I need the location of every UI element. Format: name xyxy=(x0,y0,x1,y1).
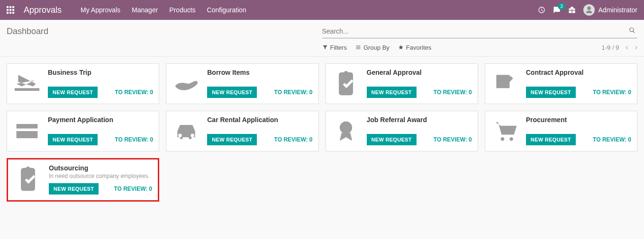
nav-link-my-approvals[interactable]: My Approvals xyxy=(81,6,120,14)
new-request-button[interactable]: NEW REQUEST xyxy=(49,183,99,195)
approval-card: OutsourcingIn need outsource company emp… xyxy=(7,158,159,202)
navbar: Approvals My Approvals Manager Products … xyxy=(0,0,644,20)
approval-card: Business TripNEW REQUESTTO REVIEW: 0 xyxy=(7,63,159,104)
pager-text: 1-9 / 9 xyxy=(601,44,619,51)
cart-icon xyxy=(491,117,519,145)
clipboard-check-icon xyxy=(14,165,42,194)
card-actions: NEW REQUESTTO REVIEW: 0 xyxy=(526,87,631,98)
filters-button[interactable]: Filters xyxy=(322,44,347,51)
new-request-button[interactable]: NEW REQUEST xyxy=(207,87,257,98)
to-review-link[interactable]: TO REVIEW: 0 xyxy=(593,136,631,143)
approval-card: Job Referral AwardNEW REQUESTTO REVIEW: … xyxy=(326,111,478,151)
to-review-link[interactable]: TO REVIEW: 0 xyxy=(274,89,313,96)
approval-card: ProcurementNEW REQUESTTO REVIEW: 0 xyxy=(485,111,637,151)
nav-link-configuration[interactable]: Configuration xyxy=(207,6,246,14)
sign-icon xyxy=(491,70,519,98)
search-input[interactable] xyxy=(322,25,627,38)
approval-card: Contract ApprovalNEW REQUESTTO REVIEW: 0 xyxy=(485,63,637,104)
new-request-button[interactable]: NEW REQUEST xyxy=(367,134,417,145)
apps-icon[interactable] xyxy=(7,6,14,14)
star-icon xyxy=(398,44,404,50)
groupby-button[interactable]: Group By xyxy=(355,44,390,51)
to-review-link[interactable]: TO REVIEW: 0 xyxy=(274,136,313,143)
card-body: Borrow ItemsNEW REQUESTTO REVIEW: 0 xyxy=(207,69,312,98)
card-title: Job Referral Award xyxy=(367,116,472,124)
pager-prev[interactable]: ‹ xyxy=(626,43,628,52)
control-bar: Dashboard Filters Group By Favorites 1-9 xyxy=(0,20,644,56)
to-review-link[interactable]: TO REVIEW: 0 xyxy=(114,186,152,192)
card-title: Procurement xyxy=(526,116,631,124)
page-title: Dashboard xyxy=(7,27,322,36)
card-body: Job Referral AwardNEW REQUESTTO REVIEW: … xyxy=(367,116,472,145)
card-actions: NEW REQUESTTO REVIEW: 0 xyxy=(526,134,631,145)
card-body: Payment ApplicationNEW REQUESTTO REVIEW:… xyxy=(48,116,153,145)
avatar xyxy=(583,4,595,16)
brand-title: Approvals xyxy=(24,5,62,15)
card-body: Business TripNEW REQUESTTO REVIEW: 0 xyxy=(48,69,153,98)
pager: 1-9 / 9 ‹ › xyxy=(601,43,637,52)
nav-links: My Approvals Manager Products Configurat… xyxy=(81,6,246,14)
car-icon xyxy=(172,117,200,145)
pager-next[interactable]: › xyxy=(635,43,637,52)
card-title: Outsourcing xyxy=(49,164,152,172)
card-actions: NEW REQUESTTO REVIEW: 0 xyxy=(207,87,312,98)
card-body: General ApprovalNEW REQUESTTO REVIEW: 0 xyxy=(367,69,472,98)
user-name: Administrator xyxy=(599,6,637,14)
search-icon[interactable] xyxy=(627,27,637,35)
card-actions: NEW REQUESTTO REVIEW: 0 xyxy=(48,134,153,145)
gift-icon[interactable] xyxy=(568,6,576,14)
messages-badge: 3 xyxy=(558,3,565,9)
card-title: Business Trip xyxy=(48,69,153,76)
new-request-button[interactable]: NEW REQUEST xyxy=(526,134,576,145)
search-wrap xyxy=(322,25,638,38)
card-title: Contract Approval xyxy=(526,69,631,76)
new-request-button[interactable]: NEW REQUEST xyxy=(207,134,257,145)
new-request-button[interactable]: NEW REQUEST xyxy=(367,87,417,98)
approval-card: General ApprovalNEW REQUESTTO REVIEW: 0 xyxy=(326,63,478,104)
card-actions: NEW REQUESTTO REVIEW: 0 xyxy=(49,183,152,195)
new-request-button[interactable]: NEW REQUEST xyxy=(48,87,98,98)
to-review-link[interactable]: TO REVIEW: 0 xyxy=(115,89,153,96)
to-review-link[interactable]: TO REVIEW: 0 xyxy=(593,89,631,96)
approval-card: Borrow ItemsNEW REQUESTTO REVIEW: 0 xyxy=(166,63,318,104)
card-body: OutsourcingIn need outsource company emp… xyxy=(49,164,152,195)
card-actions: NEW REQUESTTO REVIEW: 0 xyxy=(48,87,153,98)
card-actions: NEW REQUESTTO REVIEW: 0 xyxy=(207,134,312,145)
clock-icon[interactable] xyxy=(538,6,545,14)
card-body: Contract ApprovalNEW REQUESTTO REVIEW: 0 xyxy=(526,69,631,98)
plane-icon xyxy=(13,70,41,98)
user-menu[interactable]: Administrator xyxy=(583,4,637,16)
filter-group: Filters Group By Favorites xyxy=(322,44,432,51)
nav-right: 3 Administrator xyxy=(538,4,637,16)
filter-icon xyxy=(322,44,328,50)
to-review-link[interactable]: TO REVIEW: 0 xyxy=(434,136,472,143)
card-actions: NEW REQUESTTO REVIEW: 0 xyxy=(367,87,472,98)
new-request-button[interactable]: NEW REQUEST xyxy=(526,87,576,98)
messages-icon[interactable]: 3 xyxy=(553,6,561,14)
card-description: In need outsource company employees. xyxy=(49,173,152,180)
card-body: Car Rental ApplicationNEW REQUESTTO REVI… xyxy=(207,116,312,145)
award-icon xyxy=(332,117,360,145)
new-request-button[interactable]: NEW REQUEST xyxy=(48,134,98,145)
credit-card-icon xyxy=(13,117,41,145)
card-title: General Approval xyxy=(367,69,472,76)
card-title: Borrow Items xyxy=(207,69,312,76)
approval-card: Car Rental ApplicationNEW REQUESTTO REVI… xyxy=(166,111,318,151)
to-review-link[interactable]: TO REVIEW: 0 xyxy=(115,136,153,143)
cards-grid: Business TripNEW REQUESTTO REVIEW: 0Borr… xyxy=(0,57,644,208)
card-title: Car Rental Application xyxy=(207,116,312,124)
to-review-link[interactable]: TO REVIEW: 0 xyxy=(434,89,472,96)
card-title: Payment Application xyxy=(48,116,153,124)
clipboard-check-icon xyxy=(332,70,360,98)
hand-icon xyxy=(172,70,200,98)
nav-link-manager[interactable]: Manager xyxy=(132,6,158,14)
approval-card: Payment ApplicationNEW REQUESTTO REVIEW:… xyxy=(7,111,159,151)
card-actions: NEW REQUESTTO REVIEW: 0 xyxy=(367,134,472,145)
favorites-button[interactable]: Favorites xyxy=(398,44,431,51)
list-icon xyxy=(355,44,361,50)
card-body: ProcurementNEW REQUESTTO REVIEW: 0 xyxy=(526,116,631,145)
nav-link-products[interactable]: Products xyxy=(169,6,195,14)
